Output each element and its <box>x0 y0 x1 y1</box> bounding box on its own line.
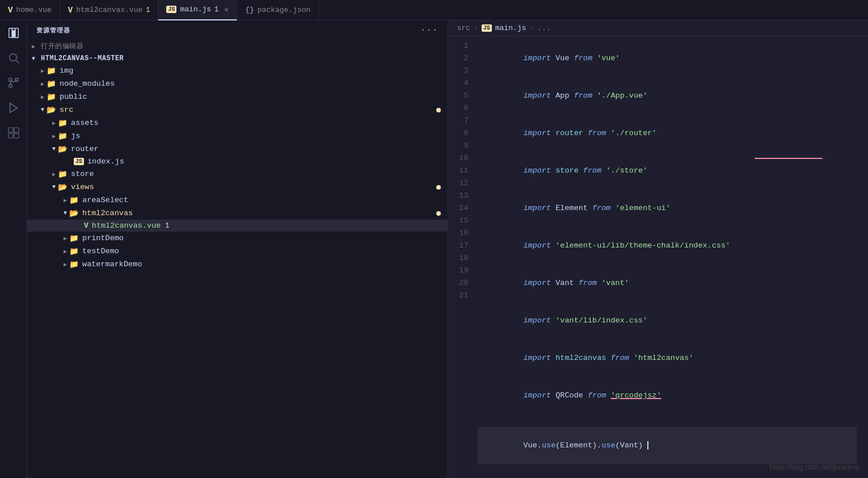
source-control-icon[interactable] <box>6 75 22 91</box>
chevron-down-icon: ▼ <box>52 146 56 152</box>
chevron-down-icon: ▼ <box>32 56 39 62</box>
code-line-8: import 'vant/lib/index.css' <box>478 302 857 339</box>
activity-bar <box>0 20 27 478</box>
folder-open-icon: 📂 <box>47 105 56 115</box>
svg-rect-8 <box>14 128 18 132</box>
folder-icon: 📁 <box>58 131 68 141</box>
folder-label: html2canvas <box>82 209 133 217</box>
folder-label: store <box>71 170 94 178</box>
folder-icon: 📁 <box>47 66 56 76</box>
folder-open-icon: 📂 <box>58 182 68 192</box>
project-label: HTML2CANVAS--MASTER <box>41 54 124 62</box>
sidebar-item-views[interactable]: ▼ 📂 views <box>27 181 448 194</box>
tab-modified: 1 <box>214 6 218 14</box>
breadcrumb-sep2: › <box>529 24 534 32</box>
chevron-right-icon: ▶ <box>41 68 44 74</box>
code-line-1: import Vue from 'vue' <box>478 40 857 77</box>
folder-icon: 📁 <box>58 169 68 179</box>
files-icon[interactable] <box>6 25 22 41</box>
chevron-right-icon: ▶ <box>64 261 67 268</box>
svg-rect-7 <box>8 128 12 132</box>
tab-main-js[interactable]: JS main.js 1 ✕ <box>158 0 237 20</box>
tab-home-vue[interactable]: V home.vue <box>0 0 60 20</box>
tab-package-json[interactable]: {} package.json <box>237 0 319 20</box>
svg-point-3 <box>9 85 12 88</box>
chevron-right-icon: ▶ <box>64 248 67 255</box>
sidebar-header: 资源管理器 ··· <box>27 20 448 40</box>
folder-icon: 📁 <box>47 79 56 89</box>
tab-label: home.vue <box>16 6 51 14</box>
tab-label: package.json <box>258 6 311 14</box>
folder-label: views <box>71 183 94 191</box>
folder-label: printDemo <box>82 234 124 242</box>
project-root[interactable]: ▼ HTML2CANVAS--MASTER <box>27 53 448 64</box>
folder-icon: 📁 <box>58 118 68 128</box>
sidebar-item-watermarkdemo[interactable]: ▶ 📁 watermarkDemo <box>27 258 448 271</box>
folder-label: node_modules <box>60 79 115 88</box>
line-numbers: 1 2 3 4 5 6 7 8 9 10 11 12 13 14 15 16 1… <box>448 39 478 476</box>
sidebar-item-testdemo[interactable]: ▶ 📁 testDemo <box>27 245 448 258</box>
tab-html2canvas-vue[interactable]: V html2canvas.vue 1 <box>60 0 159 20</box>
folder-icon: 📁 <box>69 246 79 256</box>
folder-label: testDemo <box>82 247 119 255</box>
sidebar-item-node-modules[interactable]: ▶ 📁 node_modules <box>27 77 448 90</box>
sidebar-item-store[interactable]: ▶ 📁 store <box>27 167 448 181</box>
vue-file-icon: V <box>84 221 89 230</box>
code-line-4: import store from './store' <box>478 152 857 190</box>
svg-point-4 <box>9 78 12 82</box>
main-layout: 资源管理器 ··· ▶ 打开的编辑器 ▼ HTML2CANVAS--MASTER… <box>0 20 868 478</box>
chevron-down-icon: ▼ <box>64 210 67 216</box>
tab-close[interactable]: ✕ <box>224 5 229 14</box>
breadcrumb: src › JS main.js › ... <box>448 20 869 36</box>
sidebar-item-img[interactable]: ▶ 📁 img <box>27 64 448 77</box>
open-editors-label: 打开的编辑器 <box>41 41 83 51</box>
js-icon: JS <box>166 6 176 13</box>
sidebar-item-areaselect[interactable]: ▶ 📁 areaSelect <box>27 194 448 207</box>
modified-num: 1 <box>165 222 169 230</box>
search-icon[interactable] <box>6 50 22 66</box>
code-editor[interactable]: 1 2 3 4 5 6 7 8 9 10 11 12 13 14 15 16 1… <box>448 36 869 478</box>
chevron-right-icon: ▶ <box>41 81 44 87</box>
code-line-12: Vue.use(Element).use(Vant) <box>478 427 857 464</box>
svg-marker-6 <box>10 103 17 113</box>
sidebar-title: 资源管理器 <box>36 26 70 35</box>
svg-rect-10 <box>14 133 18 138</box>
sidebar-item-js[interactable]: ▶ 📁 js <box>27 129 448 142</box>
chevron-right-icon: ▶ <box>52 133 56 140</box>
chevron-right-icon: ▶ <box>41 94 44 100</box>
folder-label: assets <box>71 119 99 127</box>
vue-icon: V <box>68 6 73 15</box>
modified-dot <box>436 108 441 112</box>
sidebar-item-router[interactable]: ▼ 📂 router <box>27 142 448 156</box>
folder-icon: 📁 <box>69 195 79 205</box>
code-line-2: import App from './App.vue' <box>478 77 857 115</box>
run-icon[interactable] <box>6 100 22 116</box>
sidebar-item-public[interactable]: ▶ 📁 public <box>27 90 448 103</box>
code-line-5: import Element from 'element-ui' <box>478 190 857 227</box>
open-editors-section[interactable]: ▶ 打开的编辑器 <box>27 40 448 53</box>
sidebar-item-assets[interactable]: ▶ 📁 assets <box>27 116 448 129</box>
sidebar-item-src[interactable]: ▼ 📂 src <box>27 103 448 116</box>
extensions-icon[interactable] <box>6 125 22 141</box>
tab-label: html2canvas.vue <box>76 6 142 14</box>
sidebar-dots[interactable]: ··· <box>420 25 439 35</box>
chevron-right-icon: ▶ <box>64 197 67 204</box>
chevron-down-icon: ▼ <box>52 184 56 190</box>
watermark: https://blog.csdn.net/guairena <box>770 463 859 471</box>
sidebar-item-index-js[interactable]: JS index.js <box>27 156 448 167</box>
folder-label: src <box>60 106 73 114</box>
tab-modified: 1 <box>146 6 150 14</box>
tab-label: main.js <box>180 5 211 14</box>
svg-line-2 <box>16 60 19 63</box>
chevron-right-icon: ▶ <box>52 171 56 178</box>
file-label: html2canvas.vue <box>92 221 161 230</box>
sidebar-item-html2canvas-folder[interactable]: ▼ 📂 html2canvas <box>27 207 448 220</box>
code-line-9: import html2canvas from 'html2canvas' <box>478 339 857 377</box>
folder-label: js <box>71 132 80 140</box>
chevron-right-icon: ▶ <box>64 235 67 242</box>
sidebar-item-html2canvas-vue[interactable]: V html2canvas.vue 1 <box>27 220 448 232</box>
code-lines: import Vue from 'vue' import App from '.… <box>478 39 869 476</box>
code-line-11 <box>478 414 857 427</box>
code-line-10: import QRCode from 'qrcodejsz' <box>478 377 857 414</box>
sidebar-item-printdemo[interactable]: ▶ 📁 printDemo <box>27 232 448 245</box>
